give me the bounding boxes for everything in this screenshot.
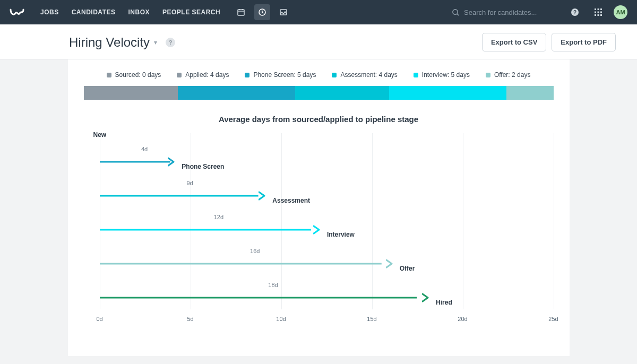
x-tick-label: 25d (548, 316, 558, 322)
page-title[interactable]: Hiring Velocity ▾ ? (69, 35, 175, 50)
arrow-head-icon (422, 292, 432, 303)
avatar[interactable]: AM (614, 5, 627, 19)
arrow-end-label: Offer (400, 265, 415, 272)
chevron-down-icon: ▾ (154, 39, 157, 46)
nav-inbox[interactable]: INBOX (128, 8, 150, 16)
legend-swatch (332, 73, 337, 77)
page-title-text: Hiring Velocity (69, 35, 150, 50)
top-nav: JOBS CANDIDATES INBOX PEOPLE SEARCH ? AM (0, 0, 637, 24)
legend-label: Sourced: 0 days (115, 71, 161, 79)
image-icon[interactable] (276, 4, 291, 20)
report-card: Sourced: 0 daysApplied: 4 daysPhone Scre… (68, 59, 570, 356)
x-tick-label: 20d (458, 316, 467, 322)
svg-rect-12 (595, 14, 596, 16)
arrow-value-label: 4d (141, 146, 148, 152)
stack-segment (84, 86, 178, 100)
svg-point-3 (453, 9, 458, 14)
svg-text:?: ? (573, 10, 576, 15)
svg-rect-0 (238, 10, 244, 15)
chart-row: 18dHired (100, 280, 554, 306)
legend-item[interactable]: Interview: 5 days (414, 71, 470, 79)
legend-item[interactable]: Phone Screen: 5 days (245, 71, 316, 79)
stacked-bar (84, 86, 554, 100)
title-bar: Hiring Velocity ▾ ? Export to CSV Export… (0, 24, 637, 59)
legend-item[interactable]: Assessment: 4 days (332, 71, 397, 79)
arrow (100, 157, 173, 167)
apps-icon[interactable] (590, 4, 606, 20)
x-tick-label: 0d (96, 316, 102, 322)
chart-row: 9dAssessment (100, 178, 554, 204)
legend-item[interactable]: Sourced: 0 days (107, 71, 161, 79)
clock-icon[interactable] (254, 4, 270, 20)
legend-label: Applied: 4 days (185, 71, 229, 79)
chart-row: 12dInterview (100, 212, 554, 238)
logo[interactable] (10, 6, 25, 18)
arrow (100, 292, 427, 303)
help-icon[interactable]: ? (567, 4, 583, 20)
stack-segment (295, 86, 389, 100)
search-box[interactable] (452, 8, 559, 16)
x-tick-label: 5d (187, 316, 193, 322)
legend-swatch (177, 73, 182, 77)
legend-label: Phone Screen: 5 days (253, 71, 316, 79)
chart-title: Average days from sourced/applied to pip… (84, 115, 554, 124)
svg-rect-8 (600, 8, 602, 10)
svg-rect-14 (600, 14, 602, 16)
arrow-value-label: 16d (250, 248, 260, 254)
legend-item[interactable]: Applied: 4 days (177, 71, 229, 79)
arrow-value-label: 9d (186, 180, 193, 186)
gridline (554, 133, 554, 309)
x-tick-label: 10d (276, 316, 286, 322)
nav-candidates[interactable]: CANDIDATES (72, 8, 116, 16)
svg-rect-11 (600, 12, 602, 13)
export-pdf-button[interactable]: Export to PDF (552, 33, 616, 51)
nav-links: JOBS CANDIDATES INBOX PEOPLE SEARCH (40, 8, 220, 16)
arrow-end-label: Interview (327, 231, 355, 238)
search-input[interactable] (464, 8, 559, 16)
export-csv-button[interactable]: Export to CSV (482, 33, 546, 51)
legend: Sourced: 0 daysApplied: 4 daysPhone Scre… (84, 71, 554, 79)
arrow-end-label: Hired (436, 299, 452, 306)
arrow (100, 224, 317, 235)
chart: 0d5d10d15d20d25dNew4dPhone Screen9dAsses… (84, 133, 554, 335)
legend-item[interactable]: Offer: 2 days (486, 71, 530, 79)
arrow-end-label: Assessment (272, 197, 310, 204)
arrow-head-icon (313, 224, 323, 235)
chart-row: 4dPhone Screen (100, 144, 554, 170)
svg-rect-10 (598, 12, 599, 13)
arrow-value-label: 18d (268, 282, 278, 288)
stack-segment (506, 86, 554, 100)
svg-rect-7 (598, 8, 599, 10)
title-help-icon[interactable]: ? (166, 38, 175, 47)
search-icon (452, 8, 460, 16)
arrow-head-icon (386, 258, 395, 269)
stack-segment (178, 86, 295, 100)
calendar-icon[interactable] (233, 4, 249, 20)
svg-rect-9 (595, 12, 596, 13)
arrow-head-icon (168, 157, 177, 167)
svg-rect-13 (598, 14, 599, 16)
chart-row: 16dOffer (100, 246, 554, 272)
legend-label: Interview: 5 days (422, 71, 470, 79)
arrow-value-label: 12d (214, 214, 223, 220)
arrow (100, 190, 263, 201)
x-tick-label: 15d (367, 316, 376, 322)
legend-label: Offer: 2 days (494, 71, 530, 79)
stack-segment (389, 86, 506, 100)
arrow-head-icon (259, 190, 268, 201)
legend-swatch (414, 73, 418, 77)
arrow (100, 258, 390, 269)
legend-swatch (486, 73, 490, 77)
legend-label: Assessment: 4 days (340, 71, 397, 79)
arrow-end-label: Phone Screen (182, 163, 224, 170)
legend-swatch (245, 73, 249, 77)
svg-rect-6 (595, 8, 596, 10)
nav-people-search[interactable]: PEOPLE SEARCH (162, 8, 220, 16)
legend-swatch (107, 73, 111, 77)
chart-start-label: New (93, 131, 107, 138)
nav-jobs[interactable]: JOBS (40, 8, 59, 16)
